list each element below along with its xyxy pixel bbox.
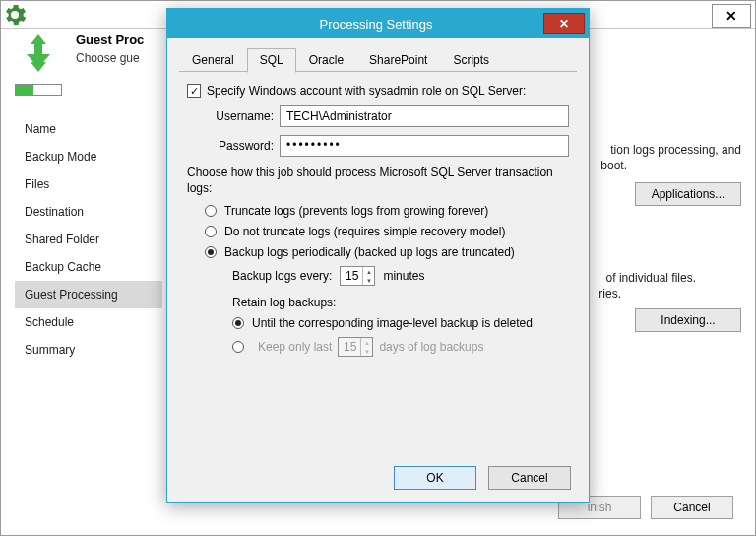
chevron-up-icon[interactable]: ▲ — [363, 267, 374, 276]
dialog-body: ✓ Specify Windows account with sysadmin … — [167, 72, 589, 357]
radio-truncate-logs-label: Truncate logs (prevents logs from growin… — [224, 204, 488, 218]
chevron-up-icon: ▲ — [361, 338, 372, 347]
specify-account-checkbox[interactable]: ✓ — [187, 84, 201, 98]
radio-retain-until-deleted-label: Until the corresponding image-level back… — [252, 316, 533, 330]
progress-bar — [15, 84, 62, 96]
dialog-titlebar: Processing Settings ✕ — [167, 9, 589, 38]
close-icon: ✕ — [559, 17, 569, 31]
tab-sql[interactable]: SQL — [247, 48, 296, 73]
dialog-footer: OK Cancel — [167, 454, 589, 502]
tab-sharepoint[interactable]: SharePoint — [356, 48, 440, 72]
chevron-down-icon: ▼ — [361, 347, 372, 356]
radio-do-not-truncate[interactable] — [205, 226, 217, 237]
keep-days-value: 15 — [339, 340, 360, 354]
backup-every-spinner[interactable]: 15 ▲▼ — [340, 266, 375, 286]
radio-retain-until-deleted[interactable] — [232, 317, 244, 329]
radio-keep-only-last[interactable] — [232, 341, 244, 353]
dialog-close-button[interactable]: ✕ — [543, 13, 585, 34]
sidebar-item-name[interactable]: Name — [15, 115, 162, 143]
tab-scripts[interactable]: Scripts — [440, 48, 502, 72]
specify-account-label: Specify Windows account with sysadmin ro… — [207, 84, 526, 98]
wizard-heading-subtitle: Choose gue — [76, 51, 144, 65]
ok-button[interactable]: OK — [394, 466, 476, 490]
tab-general[interactable]: General — [179, 48, 247, 72]
radio-backup-periodically-label: Backup logs periodically (backed up logs… — [224, 245, 515, 259]
backup-every-unit: minutes — [383, 269, 424, 283]
backup-every-label: Backup logs every: — [232, 269, 332, 283]
radio-backup-periodically[interactable] — [205, 246, 217, 258]
sidebar-item-summary[interactable]: Summary — [15, 336, 162, 364]
download-arrow-icon — [15, 31, 62, 78]
choose-how-label: Choose how this job should process Micro… — [187, 165, 569, 196]
close-icon: ✕ — [725, 8, 737, 24]
processing-settings-dialog: Processing Settings ✕ General SQL Oracle… — [166, 8, 590, 502]
password-input[interactable]: ••••••••• — [280, 135, 569, 157]
dialog-tabs: General SQL Oracle SharePoint Scripts — [179, 48, 577, 72]
applications-button[interactable]: Applications... — [635, 182, 741, 206]
dialog-cancel-button[interactable]: Cancel — [488, 466, 571, 490]
sidebar-item-schedule[interactable]: Schedule — [15, 308, 162, 336]
username-input[interactable] — [280, 105, 569, 127]
gear-icon — [1, 1, 29, 29]
chevron-down-icon[interactable]: ▼ — [363, 276, 374, 285]
content-text-frag4: ries. — [598, 287, 621, 301]
sidebar-item-files[interactable]: Files — [15, 170, 162, 198]
sidebar-item-destination[interactable]: Destination — [15, 198, 162, 226]
wizard-cancel-button[interactable]: Cancel — [651, 496, 733, 519]
wizard-sidebar: Name Backup Mode Files Destination Share… — [15, 115, 162, 480]
sidebar-item-shared-folder[interactable]: Shared Folder — [15, 226, 162, 253]
wizard-close-button[interactable]: ✕ — [712, 4, 751, 28]
indexing-button[interactable]: Indexing... — [635, 308, 741, 332]
password-label: Password: — [215, 139, 280, 153]
keep-only-last-label-post: days of log backups — [379, 340, 483, 354]
retain-label: Retain log backups: — [232, 296, 569, 309]
tab-oracle[interactable]: Oracle — [296, 48, 356, 72]
radio-truncate-logs[interactable] — [205, 205, 217, 217]
sidebar-item-backup-mode[interactable]: Backup Mode — [15, 143, 162, 170]
wizard-heading-title: Guest Proc — [76, 33, 144, 47]
sidebar-item-backup-cache[interactable]: Backup Cache — [15, 253, 162, 281]
keep-only-last-label-pre: Keep only last — [258, 340, 332, 354]
keep-days-spinner: 15 ▲▼ — [338, 337, 373, 357]
content-text-frag2: boot. — [600, 159, 627, 172]
content-text-frag3: of individual files. — [606, 271, 696, 285]
checkmark-icon: ✓ — [190, 86, 199, 97]
backup-every-value: 15 — [341, 269, 362, 283]
radio-do-not-truncate-label: Do not truncate logs (requires simple re… — [224, 225, 505, 238]
sidebar-item-guest-processing[interactable]: Guest Processing — [15, 281, 162, 308]
dialog-title: Processing Settings — [209, 17, 543, 32]
content-text-frag1: tion logs processing, and — [610, 143, 741, 157]
username-label: Username: — [215, 109, 280, 123]
